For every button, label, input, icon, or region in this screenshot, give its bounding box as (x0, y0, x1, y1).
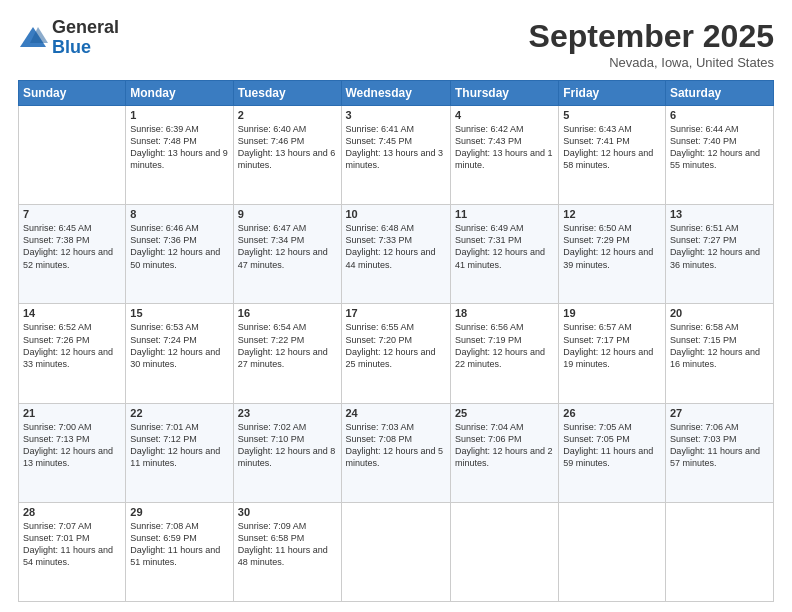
day-number: 29 (130, 506, 228, 518)
calendar-cell: 27Sunrise: 7:06 AMSunset: 7:03 PMDayligh… (665, 403, 773, 502)
calendar-cell: 4Sunrise: 6:42 AMSunset: 7:43 PMDaylight… (450, 106, 558, 205)
day-info: Sunrise: 6:44 AMSunset: 7:40 PMDaylight:… (670, 123, 769, 172)
week-row-3: 21Sunrise: 7:00 AMSunset: 7:13 PMDayligh… (19, 403, 774, 502)
calendar-cell: 8Sunrise: 6:46 AMSunset: 7:36 PMDaylight… (126, 205, 233, 304)
calendar-cell: 26Sunrise: 7:05 AMSunset: 7:05 PMDayligh… (559, 403, 666, 502)
day-info: Sunrise: 6:42 AMSunset: 7:43 PMDaylight:… (455, 123, 554, 172)
day-info: Sunrise: 6:48 AMSunset: 7:33 PMDaylight:… (346, 222, 446, 271)
logo: General Blue (18, 18, 119, 58)
day-number: 28 (23, 506, 121, 518)
calendar-cell: 6Sunrise: 6:44 AMSunset: 7:40 PMDaylight… (665, 106, 773, 205)
calendar-cell: 1Sunrise: 6:39 AMSunset: 7:48 PMDaylight… (126, 106, 233, 205)
day-info: Sunrise: 6:41 AMSunset: 7:45 PMDaylight:… (346, 123, 446, 172)
day-number: 30 (238, 506, 337, 518)
calendar-cell: 28Sunrise: 7:07 AMSunset: 7:01 PMDayligh… (19, 502, 126, 601)
calendar-cell: 3Sunrise: 6:41 AMSunset: 7:45 PMDaylight… (341, 106, 450, 205)
day-info: Sunrise: 6:39 AMSunset: 7:48 PMDaylight:… (130, 123, 228, 172)
day-header-tuesday: Tuesday (233, 81, 341, 106)
calendar-cell: 13Sunrise: 6:51 AMSunset: 7:27 PMDayligh… (665, 205, 773, 304)
week-row-4: 28Sunrise: 7:07 AMSunset: 7:01 PMDayligh… (19, 502, 774, 601)
day-number: 2 (238, 109, 337, 121)
logo-icon (18, 23, 48, 53)
day-number: 20 (670, 307, 769, 319)
day-number: 7 (23, 208, 121, 220)
day-info: Sunrise: 7:04 AMSunset: 7:06 PMDaylight:… (455, 421, 554, 470)
day-info: Sunrise: 7:06 AMSunset: 7:03 PMDaylight:… (670, 421, 769, 470)
calendar-cell (665, 502, 773, 601)
header-row: SundayMondayTuesdayWednesdayThursdayFrid… (19, 81, 774, 106)
calendar-cell: 19Sunrise: 6:57 AMSunset: 7:17 PMDayligh… (559, 304, 666, 403)
day-number: 13 (670, 208, 769, 220)
day-info: Sunrise: 6:53 AMSunset: 7:24 PMDaylight:… (130, 321, 228, 370)
day-number: 16 (238, 307, 337, 319)
week-row-1: 7Sunrise: 6:45 AMSunset: 7:38 PMDaylight… (19, 205, 774, 304)
day-number: 25 (455, 407, 554, 419)
day-number: 9 (238, 208, 337, 220)
calendar-cell: 11Sunrise: 6:49 AMSunset: 7:31 PMDayligh… (450, 205, 558, 304)
day-info: Sunrise: 7:05 AMSunset: 7:05 PMDaylight:… (563, 421, 661, 470)
day-number: 3 (346, 109, 446, 121)
day-number: 10 (346, 208, 446, 220)
day-info: Sunrise: 6:58 AMSunset: 7:15 PMDaylight:… (670, 321, 769, 370)
calendar-cell: 5Sunrise: 6:43 AMSunset: 7:41 PMDaylight… (559, 106, 666, 205)
calendar-cell: 18Sunrise: 6:56 AMSunset: 7:19 PMDayligh… (450, 304, 558, 403)
day-number: 8 (130, 208, 228, 220)
day-header-wednesday: Wednesday (341, 81, 450, 106)
day-info: Sunrise: 6:45 AMSunset: 7:38 PMDaylight:… (23, 222, 121, 271)
calendar-cell: 20Sunrise: 6:58 AMSunset: 7:15 PMDayligh… (665, 304, 773, 403)
day-number: 4 (455, 109, 554, 121)
day-info: Sunrise: 7:02 AMSunset: 7:10 PMDaylight:… (238, 421, 337, 470)
day-info: Sunrise: 6:54 AMSunset: 7:22 PMDaylight:… (238, 321, 337, 370)
day-info: Sunrise: 7:07 AMSunset: 7:01 PMDaylight:… (23, 520, 121, 569)
day-info: Sunrise: 7:09 AMSunset: 6:58 PMDaylight:… (238, 520, 337, 569)
calendar-cell (341, 502, 450, 601)
day-number: 18 (455, 307, 554, 319)
day-info: Sunrise: 6:57 AMSunset: 7:17 PMDaylight:… (563, 321, 661, 370)
calendar-cell: 17Sunrise: 6:55 AMSunset: 7:20 PMDayligh… (341, 304, 450, 403)
calendar-cell: 7Sunrise: 6:45 AMSunset: 7:38 PMDaylight… (19, 205, 126, 304)
day-number: 6 (670, 109, 769, 121)
day-number: 27 (670, 407, 769, 419)
day-info: Sunrise: 6:46 AMSunset: 7:36 PMDaylight:… (130, 222, 228, 271)
calendar-cell (450, 502, 558, 601)
day-number: 17 (346, 307, 446, 319)
logo-blue: Blue (52, 37, 91, 57)
calendar-cell (19, 106, 126, 205)
calendar-cell: 30Sunrise: 7:09 AMSunset: 6:58 PMDayligh… (233, 502, 341, 601)
week-row-2: 14Sunrise: 6:52 AMSunset: 7:26 PMDayligh… (19, 304, 774, 403)
day-info: Sunrise: 7:01 AMSunset: 7:12 PMDaylight:… (130, 421, 228, 470)
calendar-cell: 21Sunrise: 7:00 AMSunset: 7:13 PMDayligh… (19, 403, 126, 502)
calendar-cell: 16Sunrise: 6:54 AMSunset: 7:22 PMDayligh… (233, 304, 341, 403)
day-info: Sunrise: 6:56 AMSunset: 7:19 PMDaylight:… (455, 321, 554, 370)
day-number: 24 (346, 407, 446, 419)
day-header-friday: Friday (559, 81, 666, 106)
calendar-cell: 9Sunrise: 6:47 AMSunset: 7:34 PMDaylight… (233, 205, 341, 304)
day-number: 11 (455, 208, 554, 220)
day-info: Sunrise: 6:51 AMSunset: 7:27 PMDaylight:… (670, 222, 769, 271)
calendar-cell (559, 502, 666, 601)
day-number: 23 (238, 407, 337, 419)
calendar-cell: 10Sunrise: 6:48 AMSunset: 7:33 PMDayligh… (341, 205, 450, 304)
day-header-saturday: Saturday (665, 81, 773, 106)
month-title: September 2025 (529, 18, 774, 55)
day-info: Sunrise: 6:47 AMSunset: 7:34 PMDaylight:… (238, 222, 337, 271)
day-header-monday: Monday (126, 81, 233, 106)
day-number: 5 (563, 109, 661, 121)
calendar-cell: 25Sunrise: 7:04 AMSunset: 7:06 PMDayligh… (450, 403, 558, 502)
day-number: 21 (23, 407, 121, 419)
calendar-cell: 29Sunrise: 7:08 AMSunset: 6:59 PMDayligh… (126, 502, 233, 601)
day-info: Sunrise: 6:43 AMSunset: 7:41 PMDaylight:… (563, 123, 661, 172)
logo-general: General (52, 17, 119, 37)
day-info: Sunrise: 7:03 AMSunset: 7:08 PMDaylight:… (346, 421, 446, 470)
calendar-cell: 23Sunrise: 7:02 AMSunset: 7:10 PMDayligh… (233, 403, 341, 502)
calendar-cell: 12Sunrise: 6:50 AMSunset: 7:29 PMDayligh… (559, 205, 666, 304)
day-info: Sunrise: 6:50 AMSunset: 7:29 PMDaylight:… (563, 222, 661, 271)
day-info: Sunrise: 6:52 AMSunset: 7:26 PMDaylight:… (23, 321, 121, 370)
day-number: 26 (563, 407, 661, 419)
day-header-sunday: Sunday (19, 81, 126, 106)
day-number: 19 (563, 307, 661, 319)
day-info: Sunrise: 6:55 AMSunset: 7:20 PMDaylight:… (346, 321, 446, 370)
calendar-cell: 15Sunrise: 6:53 AMSunset: 7:24 PMDayligh… (126, 304, 233, 403)
calendar-cell: 14Sunrise: 6:52 AMSunset: 7:26 PMDayligh… (19, 304, 126, 403)
location: Nevada, Iowa, United States (529, 55, 774, 70)
